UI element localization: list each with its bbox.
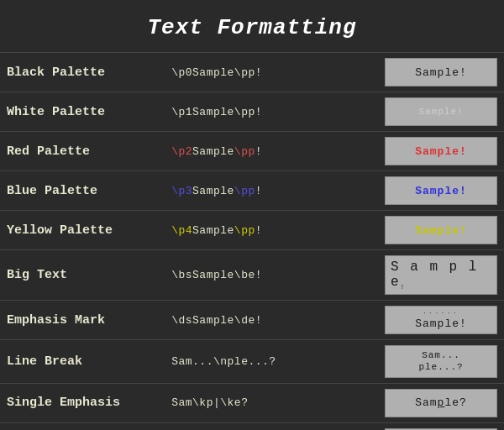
row-code: \bsSample\be!: [165, 250, 378, 301]
page-title: Text Formatting: [0, 0, 504, 52]
table-row: Red Palette\p2Sample\pp!Sample!: [0, 132, 504, 171]
row-preview: Sample!: [378, 211, 504, 250]
table-row: Emphasis Mark\dsSample\de!······Sample!: [0, 301, 504, 340]
row-code: \p0Sample\pp!: [165, 53, 378, 92]
row-code: Sam...\nple...?: [165, 340, 378, 384]
table-row: Single Emphasis Sam\kp|\ke?Sample?: [0, 383, 504, 422]
row-preview: Sample!: [378, 171, 504, 211]
table-row: Blue Palette\p3Sample\pp!Sample!: [0, 171, 504, 211]
preview-box: Sample?: [385, 389, 497, 417]
row-preview: Sample!: [378, 53, 504, 92]
row-code: Sam\kp|\ke?: [165, 383, 378, 422]
row-label: Yellow Palette: [0, 211, 165, 250]
row-preview: Sample?: [378, 383, 504, 422]
row-label: Emphasis Mark: [0, 301, 165, 340]
row-code: \c1, \cP\cQ\cR: [165, 422, 378, 430]
row-code: \p1Sample\pp!: [165, 92, 378, 132]
preview-box: Sample!: [385, 58, 497, 87]
row-preview: Sample!: [378, 132, 504, 171]
row-preview: Sam...ple...?: [378, 340, 504, 384]
row-code: \p2Sample\pp!: [165, 132, 378, 171]
row-code: \dsSample\de!: [165, 301, 378, 340]
row-label: Blue Palette: [0, 171, 165, 211]
row-label: Red Palette: [0, 132, 165, 171]
row-preview: ,能土: [378, 422, 504, 430]
preview-box: Sample!: [385, 176, 497, 205]
row-label: Special Symbols: [0, 422, 165, 430]
row-code: \p3Sample\pp!: [165, 171, 378, 211]
preview-box: Sample!: [385, 97, 497, 126]
preview-box: Sample!: [385, 137, 497, 165]
row-label: Single Emphasis: [0, 383, 165, 422]
preview-box: ······Sample!: [385, 306, 497, 334]
table-row: Black Palette\p0Sample\pp!Sample!: [0, 53, 504, 92]
row-label: Black Palette: [0, 53, 165, 92]
row-preview: Sample!: [378, 92, 504, 132]
row-label: Line Break: [0, 340, 165, 384]
preview-box: S a m p l e!: [385, 255, 497, 295]
table-row: Yellow Palette\p4Sample\pp!Sample!: [0, 211, 504, 250]
row-label: White Palette: [0, 92, 165, 132]
preview-box: Sample!: [385, 216, 497, 244]
table-row: Line Break Sam...\nple...?Sam...ple...?: [0, 340, 504, 384]
row-preview: S a m p l e!: [378, 250, 504, 301]
row-label: Big Text: [0, 250, 165, 301]
row-preview: ······Sample!: [378, 301, 504, 340]
preview-box: Sam...ple...?: [385, 345, 497, 378]
formatting-table: Black Palette\p0Sample\pp!Sample!White P…: [0, 52, 504, 430]
table-row: Big Text\bsSample\be!S a m p l e!: [0, 250, 504, 301]
row-code: \p4Sample\pp!: [165, 211, 378, 250]
table-row: White Palette\p1Sample\pp!Sample!: [0, 92, 504, 132]
table-row: Special Symbols\c1, \cP\cQ\cR,能土: [0, 422, 504, 430]
